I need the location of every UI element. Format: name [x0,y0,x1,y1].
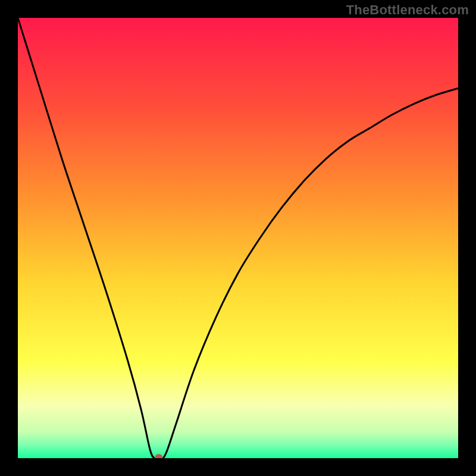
gradient-background [18,18,458,458]
plot-area [18,18,458,458]
chart-container: TheBottleneck.com [0,0,476,476]
chart-svg [18,18,458,458]
watermark-text: TheBottleneck.com [346,2,469,18]
